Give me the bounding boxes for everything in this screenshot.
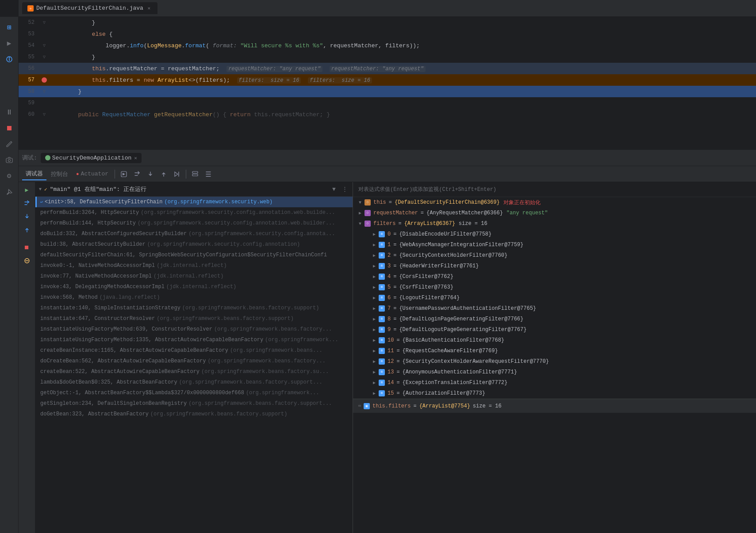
filter-3-expand[interactable] (371, 263, 378, 270)
run-icon[interactable]: ▶ (2, 36, 16, 50)
tab-close-button[interactable]: ✕ (146, 5, 152, 11)
breakpoint-57[interactable] (42, 77, 47, 83)
var-filter-12[interactable]: ≡ 12 = {SecurityContextHolderAwareReques… (353, 356, 756, 367)
tab-console[interactable]: 控制台 (47, 168, 72, 180)
stop-ctrl-btn[interactable]: ⏹ (21, 241, 33, 254)
filter-2-expand[interactable] (371, 252, 378, 259)
var-filter-14[interactable]: ≡ 14 = {ExceptionTranslationFilter@7772} (353, 377, 756, 388)
var-requestmatcher[interactable]: ○ requestMatcher = {AnyRequestMatcher@63… (353, 208, 756, 218)
stack-frame-9[interactable]: invoke:568, Method(java.lang.reflect) (35, 292, 353, 303)
var-filter-15[interactable]: ≡ 15 = {AuthorizationFilter@7773} (353, 388, 756, 399)
var-filter-6[interactable]: ≡ 6 = {LogoutFilter@7764} (353, 293, 756, 303)
stack-frame-0[interactable]: ↩ <init>:58, DefaultSecurityFilterChain … (35, 197, 353, 207)
step-out-ctrl-btn[interactable] (21, 224, 33, 236)
stack-frame-19[interactable]: getSingleton:234, DefaultSingletonBeanRe… (35, 398, 353, 409)
pin-icon[interactable] (2, 185, 16, 199)
stack-frame-13[interactable]: instantiateUsingFactoryMethod:1335, Abst… (35, 335, 353, 345)
stack-frame-4[interactable]: build:38, AbstractSecurityBuilder(org.sp… (35, 239, 353, 250)
stack-frame-2[interactable]: performBuild:144, HttpSecurity(org.sprin… (35, 218, 353, 228)
filter-2-name: 2 (388, 252, 391, 259)
mute-bp-btn[interactable] (21, 255, 33, 267)
stack-frame-18[interactable]: getObject:-1, AbstractBeanFactory$$Lambd… (35, 388, 353, 398)
stack-frame-12[interactable]: instantiateUsingFactoryMethod:639, Const… (35, 324, 353, 335)
stack-frames-container: performBuild:3264, HttpSecurity(org.spri… (35, 207, 353, 419)
var-filter-0[interactable]: ≡ 0 = {DisableEncodeUrlFilter@7758} (353, 229, 756, 240)
stack-frame-8[interactable]: invoke:43, DelegatingMethodAccessorImpl(… (35, 282, 353, 292)
resume-btn[interactable]: ▶ (21, 184, 33, 196)
var-filter-1[interactable]: ≡ 1 = {WebAsyncManagerIntegrationFilter@… (353, 240, 756, 250)
thread-controls: ▼ ⋮ (330, 185, 349, 194)
session-close[interactable]: ✕ (134, 155, 137, 161)
watch-bar[interactable]: ∞ ▣ this.filters = {ArrayList@7754} size… (353, 399, 756, 413)
stack-frame-1[interactable]: performBuild:3264, HttpSecurity(org.spri… (35, 207, 353, 218)
filter-11-expand[interactable] (371, 347, 378, 354)
filter-14-expand[interactable] (371, 379, 378, 386)
camera-icon[interactable] (2, 153, 16, 167)
debug-session-tab[interactable]: SecurityDemoApplication ✕ (41, 153, 142, 163)
stack-frame-3[interactable]: doBuild:332, AbstractConfiguredSecurityB… (35, 228, 353, 239)
structure-icon[interactable]: ⊞ (2, 20, 16, 34)
stack-frame-6[interactable]: invoke0:-1, NativeMethodAccessorImpl(jdk… (35, 260, 353, 271)
tab-debugger[interactable]: 调试器 (22, 168, 46, 180)
tab-actuator[interactable]: ● Actuator (73, 169, 112, 179)
code-editor[interactable]: 52 ▽ } 53 else { 54 (19, 17, 756, 149)
stack-frame-17[interactable]: lambda$doGetBean$0:325, AbstractBeanFact… (35, 377, 353, 388)
step-over-btn[interactable] (131, 168, 143, 180)
filter-10-expand[interactable] (371, 337, 378, 344)
var-filter-7[interactable]: ≡ 7 = {UsernamePasswordAuthenticationFil… (353, 303, 756, 314)
filter-9-expand[interactable] (371, 326, 378, 333)
var-filter-3[interactable]: ≡ 3 = {HeaderWriterFilter@7761} (353, 261, 756, 271)
stack-frame-15[interactable]: doCreateBean:562, AbstractAutowireCapabl… (35, 356, 353, 366)
filter-1-expand[interactable] (371, 241, 378, 248)
step-over-ctrl-btn[interactable] (21, 197, 33, 209)
var-filter-9[interactable]: ≡ 9 = {DefaultLogoutPageGeneratingFilter… (353, 324, 756, 335)
stack-frame-5[interactable]: defaultSecurityFilterChain:61, SpringBoo… (35, 250, 353, 260)
var-filters[interactable]: ○ filters = {ArrayList@6367} size = 16 (353, 218, 756, 229)
filter-2-icon: ≡ (379, 252, 385, 259)
var-filter-2[interactable]: ≡ 2 = {SecurityContextHolderFilter@7760} (353, 250, 756, 261)
run-to-cursor-btn[interactable] (171, 168, 183, 180)
step-into-ctrl-btn[interactable] (21, 210, 33, 223)
var-filter-4[interactable]: ≡ 4 = {CorsFilter@7762} (353, 271, 756, 282)
var-filter-10[interactable]: ≡ 10 = {BasicAuthenticationFilter@7768} (353, 335, 756, 346)
code-line-59: 59 (19, 97, 756, 109)
step-into-btn[interactable] (144, 168, 157, 180)
thread-info: "main" @1 在组"main": 正在运行 (50, 185, 146, 193)
stop-icon[interactable]: ⏹ (2, 121, 16, 135)
frames-view-btn[interactable] (189, 168, 201, 180)
edit-icon[interactable] (2, 137, 16, 151)
stack-frame-11[interactable]: instantiate:647, ConstructorResolver(org… (35, 313, 353, 324)
stack-frame-7[interactable]: invoke:77, NativeMethodAccessorImpl(jdk.… (35, 271, 353, 282)
filter-5-expand[interactable] (371, 284, 378, 291)
editor-tab[interactable]: ☕ DefaultSecurityFilterChain.java ✕ (22, 2, 157, 14)
threads-btn[interactable] (202, 168, 215, 180)
filter-15-expand[interactable] (371, 390, 378, 397)
var-filter-8[interactable]: ≡ 8 = {DefaultLoginPageGeneratingFilter@… (353, 314, 756, 324)
show-execpoint-btn[interactable] (118, 168, 130, 180)
filter-13-expand[interactable] (371, 369, 378, 376)
this-expand[interactable] (357, 199, 364, 206)
var-filter-5[interactable]: ≡ 5 = {CsrfFilter@7763} (353, 282, 756, 293)
settings-icon[interactable]: ⚙ (2, 169, 16, 183)
more-button[interactable]: ⋮ (340, 185, 349, 194)
filter-button[interactable]: ▼ (330, 185, 338, 194)
stack-frame-10[interactable]: instantiate:140, SimpleInstantiationStra… (35, 303, 353, 313)
stack-frame-16[interactable]: createBean:522, AbstractAutowireCapableB… (35, 366, 353, 377)
filter-8-expand[interactable] (371, 316, 378, 323)
stack-frame-14[interactable]: createBeanInstance:1165, AbstractAutowir… (35, 345, 353, 356)
filter-6-expand[interactable] (371, 294, 378, 301)
var-this[interactable]: ○ this = {DefaultSecurityFilterChain@636… (353, 197, 756, 208)
pause-icon[interactable]: ⏸ (2, 105, 16, 119)
filter-12-expand[interactable] (371, 358, 378, 365)
filter-4-expand[interactable] (371, 273, 378, 280)
var-filter-11[interactable]: ≡ 11 = {RequestCacheAwareFilter@7769} (353, 346, 756, 356)
watch-value: {ArrayList@7754} (419, 403, 470, 409)
stack-frame-20[interactable]: doGetBean:323, AbstractBeanFactory(org.s… (35, 409, 353, 419)
filter-0-expand[interactable] (371, 231, 378, 238)
debug-icon[interactable] (2, 52, 16, 66)
var-filter-13[interactable]: ≡ 13 = {AnonymousAuthenticationFilter@77… (353, 367, 756, 377)
filters-expand[interactable] (357, 220, 364, 227)
requestmatcher-expand[interactable] (357, 209, 364, 217)
step-out-btn[interactable] (157, 168, 170, 180)
filter-7-expand[interactable] (371, 305, 378, 312)
